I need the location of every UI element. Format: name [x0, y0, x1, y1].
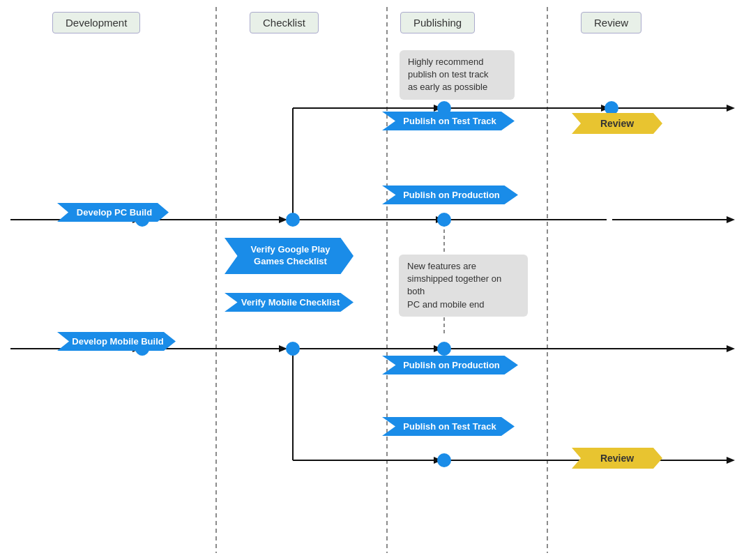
svg-marker-11 — [727, 216, 735, 223]
svg-marker-34 — [727, 457, 735, 464]
task-publish-prod-top[interactable]: Publish on Production — [382, 186, 518, 204]
col-header-checklist: Checklist — [250, 12, 319, 33]
svg-marker-8 — [436, 216, 444, 223]
svg-point-39 — [605, 102, 618, 114]
svg-point-43 — [438, 454, 450, 467]
svg-point-42 — [438, 342, 450, 355]
col-header-publishing: Publishing — [400, 12, 475, 33]
flow-diagram-svg — [0, 0, 737, 560]
note-simship: New features are simshipped together on … — [399, 255, 528, 317]
svg-point-41 — [287, 342, 299, 355]
col-header-development: Development — [52, 12, 140, 33]
svg-marker-6 — [279, 216, 287, 223]
svg-marker-25 — [434, 345, 442, 352]
task-review-top[interactable]: Review — [572, 113, 662, 134]
svg-point-37 — [438, 213, 450, 226]
col-header-review: Review — [581, 12, 641, 33]
task-publish-test-top[interactable]: Publish on Test Track — [382, 112, 515, 130]
svg-marker-23 — [279, 345, 287, 352]
svg-marker-18 — [727, 105, 735, 112]
svg-marker-16 — [601, 105, 609, 112]
svg-marker-30 — [434, 457, 442, 464]
task-publish-test-bottom[interactable]: Publish on Test Track — [382, 417, 515, 436]
note-recommend: Highly recommend publish on test track a… — [400, 50, 515, 100]
task-review-bottom[interactable]: Review — [572, 448, 662, 469]
svg-point-36 — [287, 213, 299, 226]
task-verify-gpg[interactable]: Verify Google Play Games Checklist — [225, 238, 354, 274]
task-publish-prod-bottom[interactable]: Publish on Production — [382, 356, 518, 374]
svg-marker-27 — [727, 345, 735, 352]
task-verify-mobile[interactable]: Verify Mobile Checklist — [225, 293, 354, 312]
task-develop-mobile[interactable]: Develop Mobile Build — [57, 332, 176, 351]
diagram: Development Checklist Publishing Review … — [0, 0, 737, 560]
task-develop-pc[interactable]: Develop PC Build — [57, 203, 169, 222]
svg-marker-14 — [434, 105, 442, 112]
